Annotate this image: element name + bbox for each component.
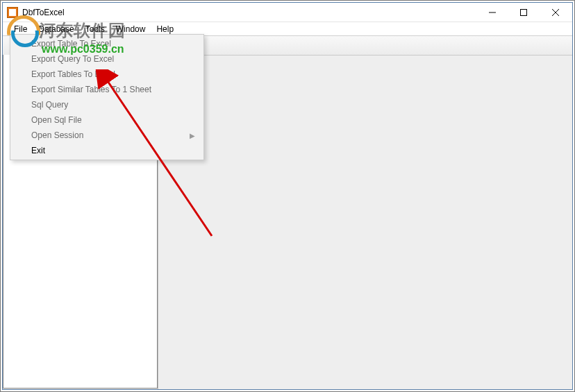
svg-rect-1 (520, 9, 526, 15)
submenu-arrow-icon: ▶ (190, 132, 195, 139)
window-title: DbfToExcel (22, 8, 476, 17)
maximize-button[interactable] (508, 3, 539, 22)
titlebar: DbfToExcel (3, 3, 572, 22)
menu-item-label: Export Table To Excel (31, 39, 111, 49)
menu-item-exit[interactable]: Exit (12, 143, 202, 158)
window-controls (476, 3, 572, 22)
minimize-button[interactable] (476, 3, 508, 22)
right-panel (158, 56, 572, 389)
close-button[interactable] (539, 3, 572, 22)
file-menu-dropdown: Export Table To Excel Export Query To Ex… (10, 34, 204, 160)
menu-item-label: Export Query To Excel (31, 54, 114, 64)
menu-item-export-tables[interactable]: Export Tables To Excel (12, 67, 202, 82)
app-icon (7, 7, 18, 18)
menu-item-label: Sql Query (31, 100, 68, 110)
menu-item-label: Export Tables To Excel (31, 69, 115, 79)
menu-item-open-sql-file[interactable]: Open Sql File (12, 112, 202, 128)
menu-item-export-similar[interactable]: Export Similar Tables To 1 Sheet (12, 82, 202, 97)
menu-item-label: Exit (31, 146, 45, 155)
menu-item-label: Open Sql File (31, 115, 82, 125)
menu-item-export-query[interactable]: Export Query To Excel (12, 51, 202, 67)
menu-item-label: Open Session (31, 130, 83, 140)
menu-item-export-table[interactable]: Export Table To Excel (12, 36, 202, 51)
menu-item-sql-query[interactable]: Sql Query (12, 97, 202, 112)
menu-item-label: Export Similar Tables To 1 Sheet (31, 85, 151, 94)
menu-item-open-session[interactable]: Open Session▶ (12, 128, 202, 143)
